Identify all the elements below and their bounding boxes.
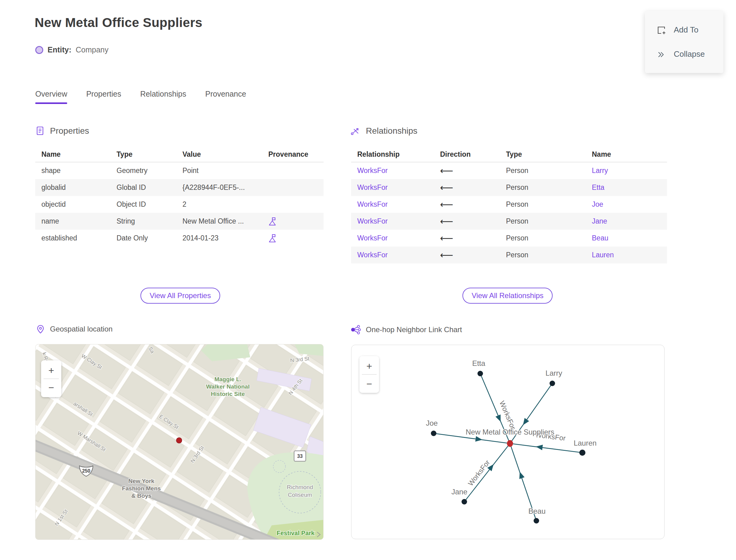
entity-badge: Entity: Company	[35, 45, 109, 54]
relationship-link[interactable]: WorksFor	[351, 217, 434, 225]
node-etta[interactable]	[477, 371, 483, 376]
relationships-section-header: Relationships	[351, 126, 417, 136]
properties-table-header: Name Type Value Provenance	[35, 147, 324, 162]
relationships-table: Relationship Direction Type Name WorksFo…	[351, 147, 667, 263]
collapse-icon	[657, 50, 666, 59]
link-chart-canvas: WorksFor WorksFor WorksFor Etta Larry Jo…	[351, 345, 665, 539]
node-label: Lauren	[574, 439, 597, 447]
add-to-label: Add To	[674, 25, 698, 35]
col-name: Name	[35, 150, 110, 159]
entity-link[interactable]: Larry	[586, 167, 667, 175]
table-row: WorksFor ⟵ Person Lauren	[351, 247, 667, 263]
direction-arrow: ⟵	[434, 234, 500, 243]
table-row: objectid Object ID 2	[35, 196, 324, 213]
table-row: WorksFor ⟵ Person Etta	[351, 179, 667, 196]
node-joe[interactable]	[431, 431, 436, 436]
linkchart-section-title: One-hop Neighbor Link Chart	[366, 325, 462, 334]
direction-arrow: ⟵	[434, 166, 500, 175]
poi-label: New York	[128, 478, 155, 484]
direction-arrow: ⟵	[434, 251, 500, 260]
chart-zoom-in-button[interactable]: +	[366, 361, 372, 372]
one-hop-link-chart[interactable]: WorksFor WorksFor WorksFor Etta Larry Jo…	[351, 345, 665, 539]
add-to-button[interactable]: Add To	[645, 18, 723, 42]
node-larry[interactable]	[550, 381, 555, 386]
relationships-table-header: Relationship Direction Type Name	[351, 147, 667, 162]
table-row: WorksFor ⟵ Person Beau	[351, 230, 667, 247]
tab-overview[interactable]: Overview	[35, 90, 67, 104]
entity-link[interactable]: Lauren	[586, 251, 667, 259]
table-row: established Date Only 2014-01-23	[35, 230, 324, 247]
view-all-relationships-button[interactable]: View All Relationships	[462, 288, 553, 304]
entity-type-value: Company	[76, 45, 109, 54]
chart-zoom-out-button[interactable]: −	[366, 378, 372, 389]
provenance-flag-icon[interactable]	[268, 217, 276, 226]
actions-popover: Add To Collapse	[645, 11, 723, 73]
route-shield-33: 33	[294, 451, 306, 461]
poi-label: Historic Site	[211, 391, 245, 397]
relationship-link[interactable]: WorksFor	[351, 200, 434, 209]
col-provenance: Provenance	[262, 150, 324, 159]
direction-arrow: ⟵	[434, 200, 500, 209]
center-node-label: New Metal Office Suppliers	[466, 428, 554, 436]
entity-link[interactable]: Etta	[586, 183, 667, 192]
linkchart-section-header: One-hop Neighbor Link Chart	[351, 324, 462, 335]
col-relationship: Relationship	[351, 150, 434, 159]
col-direction: Direction	[434, 150, 500, 159]
entity-link[interactable]: Beau	[586, 234, 667, 242]
tab-bar: Overview Properties Relationships Proven…	[35, 90, 246, 104]
relationship-link[interactable]: WorksFor	[351, 251, 434, 259]
node-label: Joe	[426, 419, 438, 427]
poi-label: Festival Park	[277, 530, 315, 536]
table-row: WorksFor ⟵ Person Joe	[351, 196, 667, 213]
provenance-flag-icon[interactable]	[268, 234, 276, 243]
tab-relationships[interactable]: Relationships	[140, 90, 186, 104]
view-all-properties-button[interactable]: View All Properties	[140, 288, 220, 304]
add-to-icon	[657, 25, 666, 35]
link-chart-icon	[351, 324, 361, 335]
geospatial-section-header: Geospatial location	[36, 324, 113, 334]
node-label: Larry	[546, 369, 562, 377]
map-zoom-out-button[interactable]: −	[48, 382, 54, 393]
poi-label: Fashion Mens	[122, 485, 161, 492]
table-row: WorksFor ⟵ Person Jane	[351, 213, 667, 230]
entity-link[interactable]: Joe	[586, 200, 667, 209]
relationship-link[interactable]: WorksFor	[351, 234, 434, 242]
relationships-section-title: Relationships	[366, 126, 417, 136]
table-row: shape Geometry Point	[35, 162, 324, 179]
node-label: Etta	[472, 359, 485, 367]
poi-label: Walker National	[206, 383, 250, 390]
poi-label: Richmond	[287, 484, 313, 490]
table-row: name String New Metal Office ...	[35, 213, 324, 230]
chart-edges	[434, 374, 582, 521]
tab-provenance[interactable]: Provenance	[205, 90, 246, 104]
col-value: Value	[176, 150, 262, 159]
node-center-entity[interactable]	[507, 440, 513, 447]
map-zoom-in-button[interactable]: +	[48, 365, 54, 376]
node-label: Jane	[451, 488, 467, 496]
relationship-link[interactable]: WorksFor	[351, 167, 434, 175]
entity-type-icon	[35, 46, 43, 54]
properties-section-title: Properties	[50, 126, 89, 136]
col-name: Name	[586, 150, 667, 159]
page-title: New Metal Office Suppliers	[35, 15, 202, 30]
node-jane[interactable]	[462, 499, 467, 504]
node-lauren[interactable]	[579, 450, 585, 456]
properties-section-header: Properties	[35, 126, 89, 136]
properties-table: Name Type Value Provenance shape Geometr…	[35, 147, 324, 247]
relationships-icon	[351, 126, 361, 136]
node-label: Beau	[528, 507, 546, 515]
relationship-link[interactable]: WorksFor	[351, 183, 434, 192]
collapse-button[interactable]: Collapse	[645, 42, 723, 66]
col-type: Type	[500, 150, 586, 159]
edge-label: WorksFor	[498, 400, 517, 431]
poi-label: & Boys	[131, 493, 151, 499]
tab-properties[interactable]: Properties	[86, 90, 121, 104]
svg-text:33: 33	[297, 454, 303, 459]
col-type: Type	[110, 150, 176, 159]
direction-arrow: ⟵	[434, 183, 500, 192]
node-beau[interactable]	[534, 518, 539, 524]
table-row: WorksFor ⟵ Person Larry	[351, 162, 667, 179]
poi-label: Maggie L.	[214, 376, 241, 382]
geospatial-map[interactable]: k Rd W Clay St Sa N 3rd St N 4th St E Cl…	[35, 344, 324, 540]
entity-link[interactable]: Jane	[586, 217, 667, 225]
